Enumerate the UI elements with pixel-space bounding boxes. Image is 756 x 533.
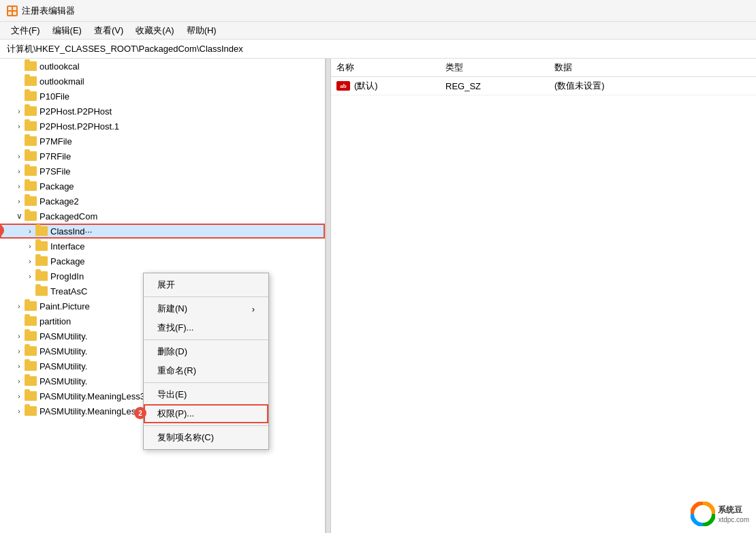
svg-rect-2: [8, 12, 12, 15]
ctx-permissions[interactable]: 2 权限(P)...: [144, 404, 268, 423]
expand-icon: ›: [14, 183, 25, 190]
folder-icon: [25, 361, 37, 371]
tree-item-outlookcal[interactable]: outlookcal: [0, 59, 325, 74]
ctx-export-label: 导出(E): [157, 389, 187, 401]
folder-icon: [25, 121, 37, 131]
folder-icon: [25, 76, 37, 86]
tree-label: PASMUtility.MeaningLess3: [40, 391, 145, 401]
tree-item-p7sfile[interactable]: › P7SFile: [0, 164, 325, 179]
right-row-name: ab (默认): [336, 80, 445, 92]
ctx-new-label: 新建(N): [157, 303, 187, 315]
tree-item-classindex[interactable]: › ClassInd··· 1: [0, 224, 325, 239]
folder-icon: [35, 286, 48, 296]
svg-rect-3: [13, 12, 16, 15]
folder-icon: [25, 376, 37, 386]
folder-icon: [35, 226, 48, 236]
tree-label: partition: [40, 316, 71, 326]
tree-label: outlookcal: [40, 61, 80, 72]
tree-label: Interface: [50, 241, 85, 252]
expand-icon: ›: [14, 333, 25, 340]
folder-icon: [25, 91, 37, 101]
ctx-copy-name-label: 复制项名称(C): [157, 431, 214, 444]
folder-icon: [25, 211, 37, 221]
folder-icon: [35, 241, 48, 251]
ctx-rename[interactable]: 重命名(R): [144, 361, 268, 380]
expand-icon: ›: [14, 378, 25, 385]
ctx-find[interactable]: 查找(F)...: [144, 318, 268, 337]
col-header-data: 数据: [554, 61, 751, 74]
watermark-url: xtdpc.com: [718, 516, 749, 523]
expand-icon: ›: [14, 198, 25, 205]
right-row-type: REG_SZ: [445, 81, 554, 91]
folder-icon: [25, 61, 37, 71]
folder-icon: [25, 196, 37, 206]
ctx-rename-label: 重命名(R): [157, 365, 196, 377]
tree-label: outlookmail: [40, 76, 84, 87]
app-icon: [7, 5, 18, 16]
ctx-expand[interactable]: 展开: [144, 275, 268, 294]
folder-icon: [25, 316, 37, 326]
right-header: 名称 类型 数据: [331, 59, 756, 77]
badge-1: 1: [0, 224, 4, 237]
ctx-new[interactable]: 新建(N) ›: [144, 299, 268, 318]
tree-item-p2phost1[interactable]: › P2PHost.P2PHost.1: [0, 119, 325, 134]
expand-icon: ›: [14, 123, 25, 130]
watermark-site: 系统豆: [718, 504, 749, 516]
ctx-delete[interactable]: 删除(D): [144, 342, 268, 361]
tree-item-p10file[interactable]: P10File: [0, 89, 325, 104]
tree-label: TreatAsC: [50, 286, 87, 296]
tree-label: PASMUtility.: [40, 376, 87, 386]
ctx-find-label: 查找(F)...: [157, 322, 193, 334]
ctx-copy-name[interactable]: 复制项名称(C): [144, 428, 268, 447]
tree-label: PASMUtility.: [40, 331, 87, 341]
tree-label: PackagedCom: [40, 211, 97, 222]
context-menu: 展开 新建(N) › 查找(F)... 删除(D) 重命名(R) 导出(E) 2…: [143, 273, 269, 450]
menu-favorites[interactable]: 收藏夹(A): [130, 23, 179, 38]
menu-help[interactable]: 帮助(H): [181, 23, 222, 38]
folder-icon: [25, 106, 37, 116]
tree-item-packagedcom[interactable]: ∨ PackagedCom: [0, 209, 325, 224]
tree-item-p2phost[interactable]: › P2PHost.P2PHost: [0, 104, 325, 119]
tree-label: P7MFile: [40, 136, 72, 147]
tree-label: P7SFile: [40, 166, 71, 177]
tree-label: Package: [50, 256, 85, 266]
menu-view[interactable]: 查看(V): [89, 23, 129, 38]
menu-file[interactable]: 文件(F): [5, 23, 46, 38]
tree-label: ProgIdIn: [50, 271, 84, 281]
ctx-export[interactable]: 导出(E): [144, 385, 268, 404]
ctx-delete-label: 删除(D): [157, 346, 187, 358]
tree-item-interface[interactable]: › Interface: [0, 239, 325, 254]
tree-item-package2[interactable]: › Package2: [0, 194, 325, 209]
tree-label: P10File: [40, 91, 69, 102]
expand-icon: ∨: [14, 211, 25, 221]
tree-label: Package: [40, 181, 74, 192]
tree-label: PASMUtility.: [40, 346, 87, 356]
ctx-sep-1: [144, 296, 268, 297]
badge-2: 2: [134, 407, 146, 419]
right-row-default[interactable]: ab (默认) REG_SZ (数值未设置): [331, 77, 756, 95]
ab-icon: ab: [336, 81, 350, 91]
expand-icon: ›: [14, 393, 25, 400]
expand-icon: ›: [14, 168, 25, 175]
ctx-new-arrow: ›: [252, 304, 255, 314]
expand-icon: ›: [25, 243, 35, 250]
tree-item-package[interactable]: › Package: [0, 179, 325, 194]
folder-icon: [35, 271, 48, 281]
address-bar: 计算机\HKEY_CLASSES_ROOT\PackagedCom\ClassI…: [0, 40, 756, 59]
tree-item-outlookmail[interactable]: outlookmail: [0, 74, 325, 89]
ctx-permissions-label: 权限(P)...: [157, 408, 194, 420]
ctx-sep-2: [144, 339, 268, 340]
ctx-sep-4: [144, 425, 268, 426]
tree-item-p7rfile[interactable]: › P7RFile: [0, 149, 325, 164]
tree-label: P7RFile: [40, 151, 71, 162]
app-title: 注册表编辑器: [22, 5, 75, 17]
menu-edit[interactable]: 编辑(E): [47, 23, 87, 38]
tree-label: P2PHost.P2PHost.1: [40, 121, 119, 132]
expand-icon: ›: [14, 108, 25, 115]
expand-icon: ›: [14, 303, 25, 310]
ctx-sep-3: [144, 382, 268, 383]
expand-icon: ›: [14, 408, 25, 415]
tree-item-package-sub[interactable]: › Package: [0, 254, 325, 269]
tree-item-p7mfile[interactable]: P7MFile: [0, 134, 325, 149]
folder-icon: [25, 136, 37, 146]
